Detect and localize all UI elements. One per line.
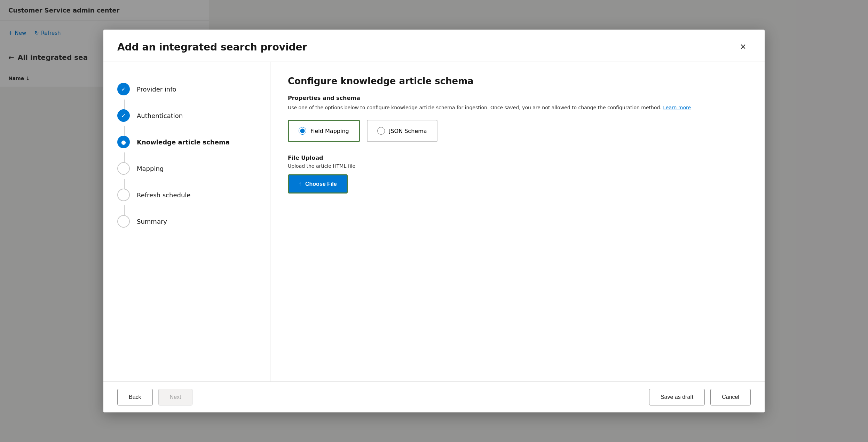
learn-more-link[interactable]: Learn more xyxy=(663,105,691,110)
modal-header: Add an integrated search provider ✕ xyxy=(103,30,765,62)
file-upload-heading: File Upload xyxy=(288,155,747,161)
choose-file-button[interactable]: ↑ Choose File xyxy=(288,174,348,194)
desc-text: Use one of the options below to configur… xyxy=(288,105,662,110)
step-label-authentication: Authentication xyxy=(137,112,183,119)
modal-close-button[interactable]: ✕ xyxy=(735,39,751,55)
field-mapping-option[interactable]: Field Mapping xyxy=(288,120,360,142)
field-mapping-radio[interactable] xyxy=(299,127,306,135)
properties-schema-desc: Use one of the options below to configur… xyxy=(288,104,747,111)
footer-right: Save as draft Cancel xyxy=(649,389,751,405)
choose-file-label: Choose File xyxy=(305,181,337,187)
modal-dialog: Add an integrated search provider ✕ ✓ Pr… xyxy=(103,30,765,412)
step-mapping: Mapping xyxy=(114,155,260,182)
json-schema-radio[interactable] xyxy=(377,127,385,135)
step-label-knowledge-article: Knowledge article schema xyxy=(137,139,230,146)
save-draft-button[interactable]: Save as draft xyxy=(649,389,705,405)
field-mapping-label: Field Mapping xyxy=(310,128,349,134)
step-provider-info: ✓ Provider info xyxy=(114,76,260,102)
step-circle-mapping xyxy=(117,162,130,175)
upload-icon: ↑ xyxy=(299,180,302,188)
step-refresh-schedule: Refresh schedule xyxy=(114,182,260,208)
step-label-refresh-schedule: Refresh schedule xyxy=(137,191,190,199)
back-button[interactable]: Back xyxy=(117,389,153,405)
step-label-mapping: Mapping xyxy=(137,165,164,172)
modal-footer: Back Next Save as draft Cancel xyxy=(103,381,765,412)
step-knowledge-article-schema: ● Knowledge article schema xyxy=(114,129,260,155)
step-summary: Summary xyxy=(114,208,260,235)
radio-options-group: Field Mapping JSON Schema xyxy=(288,120,747,142)
modal-body: ✓ Provider info ✓ Authentication ● Knowl… xyxy=(103,62,765,381)
footer-left: Back Next xyxy=(117,389,192,405)
next-button: Next xyxy=(158,389,193,405)
properties-schema-heading: Properties and schema xyxy=(288,95,747,101)
step-circle-authentication: ✓ xyxy=(117,109,130,122)
step-circle-refresh-schedule xyxy=(117,189,130,201)
content-title: Configure knowledge article schema xyxy=(288,76,747,86)
step-circle-summary xyxy=(117,215,130,228)
file-upload-desc: Upload the article HTML file xyxy=(288,163,747,169)
step-circle-knowledge-article: ● xyxy=(117,136,130,148)
step-authentication: ✓ Authentication xyxy=(114,102,260,129)
step-label-summary: Summary xyxy=(137,218,167,225)
cancel-button[interactable]: Cancel xyxy=(710,389,751,405)
steps-panel: ✓ Provider info ✓ Authentication ● Knowl… xyxy=(103,62,270,381)
content-panel: Configure knowledge article schema Prope… xyxy=(270,62,765,381)
step-label-provider-info: Provider info xyxy=(137,86,176,93)
json-schema-label: JSON Schema xyxy=(389,128,427,134)
step-circle-provider-info: ✓ xyxy=(117,83,130,95)
file-upload-section: File Upload Upload the article HTML file… xyxy=(288,155,747,194)
json-schema-option[interactable]: JSON Schema xyxy=(367,120,437,142)
modal-title: Add an integrated search provider xyxy=(117,41,307,53)
